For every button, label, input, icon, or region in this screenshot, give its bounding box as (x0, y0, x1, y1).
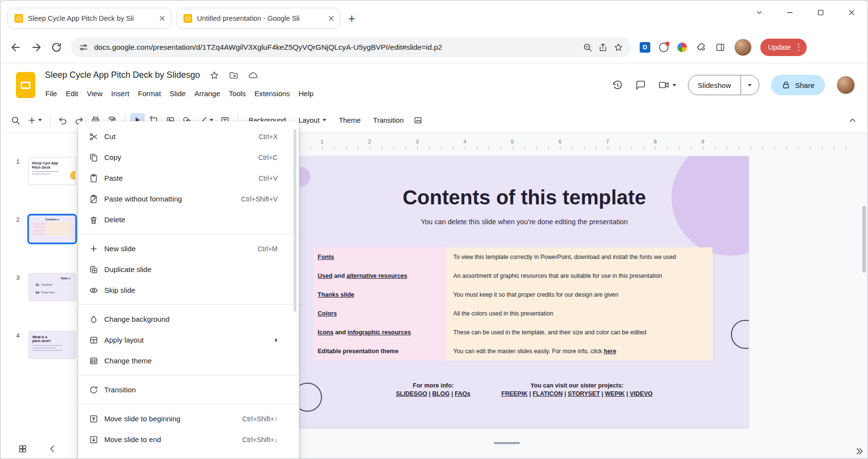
tab-close-icon[interactable] (158, 14, 166, 22)
minimize-icon[interactable] (785, 8, 794, 17)
browser-tab-active[interactable]: Sleep Cycle App Pitch Deck by Sli (7, 8, 171, 29)
vertical-scrollbar[interactable] (862, 206, 866, 273)
star-icon[interactable] (210, 71, 219, 80)
share-page-icon[interactable] (598, 43, 608, 52)
slide-thumbnail-4[interactable]: What is a pitch deck? (28, 331, 76, 359)
browser-tab-inactive[interactable]: Untitled presentation - Google Sli (176, 8, 340, 29)
share-button[interactable]: Share (771, 75, 825, 95)
menubar-item-edit[interactable]: Edit (61, 86, 83, 100)
extension-circle-icon[interactable] (659, 43, 669, 52)
context-menu-item-change-background[interactable]: Change background (78, 309, 299, 330)
version-history-icon[interactable] (612, 79, 623, 91)
extension-pinwheel-icon[interactable] (677, 43, 687, 52)
new-slide-caret-icon[interactable] (38, 119, 42, 121)
context-menu-item-skip-slide[interactable]: Skip slide (78, 280, 299, 301)
reload-icon[interactable] (51, 42, 62, 53)
menubar-item-view[interactable]: View (83, 86, 107, 100)
cloud-saved-icon[interactable] (248, 71, 258, 80)
menubar-item-arrange[interactable]: Arrange (190, 86, 224, 100)
slide-thumbnail-1[interactable]: Sleep Cycl App Pitch Deck (28, 157, 76, 185)
context-menu-scrollbar[interactable] (294, 129, 296, 312)
bookmark-star-icon[interactable] (614, 43, 623, 52)
side-panel-icon[interactable] (715, 42, 726, 53)
camera-caret-icon[interactable] (672, 84, 676, 86)
table-term-text-link[interactable]: infographic resources (348, 329, 411, 336)
slide-subtitle[interactable]: You can delete this slide when you're do… (300, 218, 749, 226)
context-menu-item-duplicate-slide[interactable]: Duplicate slide (78, 259, 299, 280)
extension-d-icon[interactable]: D (640, 42, 650, 53)
close-icon[interactable] (847, 8, 856, 17)
theme-button[interactable]: Theme (334, 114, 366, 127)
new-slide-plus-icon[interactable] (25, 113, 44, 128)
layout-button[interactable]: Layout (293, 114, 332, 127)
table-desc-text-link[interactable]: here (604, 348, 616, 355)
footer-link-wepik[interactable]: WEPIK (605, 390, 625, 397)
account-avatar[interactable] (837, 76, 855, 94)
tab-search-icon[interactable] (756, 9, 763, 16)
context-menu-item-copy[interactable]: CopyCtrl+C (78, 147, 299, 168)
context-menu-item-new-slide[interactable]: New slideCtrl+M (78, 238, 299, 259)
footer-link-flaticon[interactable]: FLATICON (532, 390, 562, 397)
table-term-text-link[interactable]: alternative resources (347, 273, 407, 279)
slides-logo[interactable] (16, 72, 35, 98)
search-icon[interactable] (8, 113, 23, 128)
profile-avatar[interactable] (734, 39, 752, 56)
comments-icon[interactable] (635, 79, 646, 91)
speaker-notes-handle[interactable] (494, 442, 520, 444)
menubar-item-tools[interactable]: Tools (224, 86, 250, 100)
footer-link-freepik[interactable]: FREEPIK (502, 390, 528, 397)
table-term-text-link[interactable]: Fonts (318, 254, 334, 260)
menubar-item-slide[interactable]: Slide (165, 86, 190, 100)
context-menu-item-apply-layout[interactable]: Apply layout (78, 330, 299, 350)
site-settings-icon[interactable] (79, 43, 88, 52)
transition-button[interactable]: Transition (368, 114, 409, 127)
slide-thumbnail-2[interactable]: Contents o (28, 215, 76, 243)
menubar-item-help[interactable]: Help (294, 86, 318, 100)
table-term-text-link[interactable]: Thanks slide (318, 291, 354, 298)
menubar-item-extensions[interactable]: Extensions (250, 86, 294, 100)
table-term-text-link[interactable]: Used (318, 273, 333, 279)
context-menu-item-change-theme[interactable]: Change theme (78, 350, 299, 371)
context-menu-item-delete[interactable]: Delete (78, 209, 299, 230)
context-menu-item-move-slide-to-end[interactable]: Move slide to endCtrl+Shift+↓ (78, 429, 299, 450)
url-text[interactable]: docs.google.com/presentation/d/1TZq4AWgi… (94, 43, 577, 52)
back-icon[interactable] (10, 42, 22, 53)
browser-menu-kebab-icon[interactable]: ⋮ (795, 42, 803, 52)
tab-close-icon[interactable] (327, 14, 335, 22)
collapse-filmstrip-icon[interactable] (48, 444, 57, 454)
url-bar[interactable]: docs.google.com/presentation/d/1TZq4AWgi… (71, 37, 631, 57)
table-term-text-link[interactable]: Icons (318, 329, 334, 336)
menubar-item-file[interactable]: File (41, 86, 61, 100)
slide-thumbnail-3[interactable]: Table o01Introduction04Product demo (28, 273, 76, 301)
slideshow-dropdown[interactable] (741, 75, 759, 95)
current-slide[interactable]: Contents of this template You can delete… (300, 156, 749, 428)
maximize-icon[interactable] (816, 8, 825, 17)
menubar-item-format[interactable]: Format (134, 86, 166, 100)
footer-link-storyset[interactable]: STORYSET (568, 390, 600, 397)
grid-view-icon[interactable] (18, 444, 28, 454)
meet-camera-icon[interactable] (658, 79, 676, 91)
new-tab-button[interactable]: + (348, 12, 355, 25)
table-term-text-link[interactable]: Colors (318, 310, 337, 317)
context-menu-item-paste-without-formatting[interactable]: Paste without formattingCtrl+Shift+V (78, 188, 299, 209)
insert-image-icon[interactable] (411, 113, 425, 128)
forward-icon[interactable] (30, 42, 42, 53)
context-menu-item-paste[interactable]: PasteCtrl+V (78, 168, 299, 188)
zoom-icon[interactable] (583, 43, 592, 52)
slide-title[interactable]: Contents of this template (300, 186, 749, 209)
context-menu-item-cut[interactable]: CutCtrl+X (78, 126, 299, 147)
footer-link-videvo[interactable]: VIDEVO (630, 390, 652, 397)
context-menu-item-move-slide-to-beginning[interactable]: Move slide to beginningCtrl+Shift+↑ (78, 408, 299, 429)
update-button[interactable]: Update ⋮ (760, 39, 807, 56)
menubar-item-insert[interactable]: Insert (107, 86, 134, 100)
expand-icon[interactable] (855, 447, 864, 456)
puzzle-icon[interactable] (696, 42, 706, 53)
footer-link-faqs[interactable]: FAQs (455, 390, 471, 397)
collapse-toolbar-icon[interactable] (845, 113, 860, 128)
move-folder-icon[interactable] (229, 71, 238, 80)
slideshow-button[interactable]: Slideshow (688, 75, 741, 95)
context-menu-item-transition[interactable]: Transition (78, 379, 299, 400)
footer-link-blog[interactable]: BLOG (432, 390, 449, 397)
footer-link-slidesgo[interactable]: SLIDESGO (396, 390, 427, 397)
undo-icon[interactable] (56, 113, 70, 128)
